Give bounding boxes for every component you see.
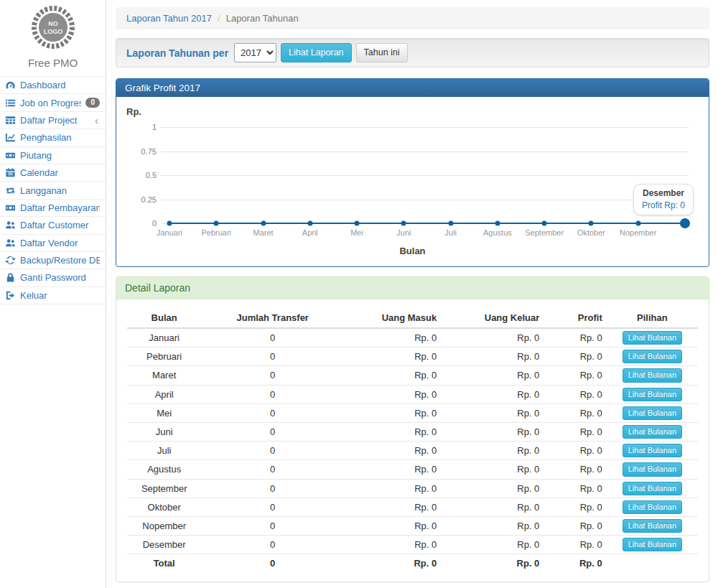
table-cell: April [127, 385, 201, 403]
sidebar-item-daftar-pembayaran[interactable]: Daftar Pembayaran [0, 199, 106, 216]
table-cell: Rp. 0 [344, 442, 441, 460]
sidebar-item-daftar-customer[interactable]: Daftar Customer [0, 216, 106, 233]
tahun-ini-button[interactable]: Tahun ini [356, 43, 408, 62]
table-cell: Rp. 0 [544, 442, 606, 460]
data-point-desember[interactable] [680, 218, 690, 228]
lihat-bulanan-button[interactable]: Lihat Bulanan [623, 538, 682, 551]
table-cell: 0 [201, 498, 344, 516]
chart-y-axis-title: Rp. [126, 106, 699, 117]
sidebar-item-label: Keluar [20, 290, 100, 301]
lock-icon [5, 272, 16, 283]
main-content: Laporan Tahun 2017 / Laporan Tahunan Lap… [106, 0, 718, 588]
table-cell: 0 [201, 328, 344, 347]
sidebar-item-penghasilan[interactable]: Penghasilan [0, 129, 106, 146]
data-point-juli[interactable] [448, 221, 453, 226]
app-body: NO LOGO Free PMO DashboardJob on Progres… [0, 0, 718, 588]
filter-label: Laporan Tahunan per [126, 47, 228, 59]
y-tick-label: 0.5 [128, 171, 157, 179]
lihat-bulanan-button[interactable]: Lihat Bulanan [623, 519, 682, 533]
breadcrumb-current: Laporan Tahunan [226, 13, 299, 24]
sidebar-item-label: Daftar Vendor [20, 238, 100, 248]
table-row: September0Rp. 0Rp. 0Rp. 0Lihat Bulanan [127, 479, 698, 498]
table-cell: 0 [201, 516, 344, 535]
year-select[interactable]: 2017 [234, 43, 276, 62]
tooltip-month: Desember [642, 188, 685, 198]
lihat-bulanan-button[interactable]: Lihat Bulanan [623, 368, 682, 382]
sidebar-item-job-on-progress[interactable]: Job on Progress0 [0, 93, 106, 111]
data-point-nopember[interactable] [635, 221, 640, 226]
table-cell: Rp. 0 [544, 516, 606, 535]
lihat-bulanan-button[interactable]: Lihat Bulanan [623, 444, 682, 457]
svg-text:LOGO: LOGO [43, 28, 62, 35]
y-tick-label: 0.25 [128, 195, 157, 204]
data-point-juni[interactable] [401, 221, 406, 226]
lihat-bulanan-button[interactable]: Lihat Bulanan [623, 350, 682, 363]
data-point-januari[interactable] [167, 221, 172, 226]
data-point-mei[interactable] [355, 221, 360, 226]
table-header-row: BulanJumlah TransferUang MasukUang Kelua… [127, 308, 698, 328]
lihat-bulanan-button[interactable]: Lihat Bulanan [623, 500, 682, 514]
users-icon [5, 220, 16, 230]
table-cell: Rp. 0 [441, 385, 544, 403]
lihat-bulanan-button[interactable]: Lihat Bulanan [623, 331, 682, 345]
sidebar-item-ganti-password[interactable]: Ganti Password [0, 269, 106, 286]
table-row: Juli0Rp. 0Rp. 0Rp. 0Lihat Bulanan [127, 442, 698, 460]
retweet-icon [5, 185, 16, 196]
x-tick-label: Oktober [577, 228, 605, 237]
table-cell: Maret [127, 366, 201, 385]
money-icon [5, 150, 16, 161]
y-tick-label: 0.75 [128, 147, 157, 156]
table-cell: Rp. 0 [344, 479, 441, 498]
total-cell [607, 554, 698, 571]
chevron-left-icon: ‹ [95, 115, 100, 126]
table-cell: Lihat Bulanan [607, 536, 698, 554]
table-cell: Desember [127, 536, 201, 554]
lihat-laporan-button[interactable]: Lihat Laporan [281, 43, 351, 62]
sidebar-item-dashboard[interactable]: Dashboard [0, 76, 106, 93]
sidebar-item-daftar-project[interactable]: Daftar Project‹ [0, 111, 106, 129]
table-row: Maret0Rp. 0Rp. 0Rp. 0Lihat Bulanan [127, 366, 698, 385]
lihat-bulanan-button[interactable]: Lihat Bulanan [623, 462, 682, 476]
column-header: Jumlah Transfer [201, 308, 344, 328]
data-point-maret[interactable] [261, 221, 266, 226]
lihat-bulanan-button[interactable]: Lihat Bulanan [623, 388, 682, 401]
data-point-oktober[interactable] [589, 221, 594, 226]
table-cell: Rp. 0 [441, 536, 544, 554]
table-cell: Mei [127, 403, 201, 422]
sidebar-item-piutang[interactable]: Piutang [0, 146, 106, 164]
tasks-icon [5, 98, 16, 108]
table-cell: Agustus [127, 460, 201, 479]
chart-gridline [161, 127, 689, 128]
sidebar-item-backup-restore-db[interactable]: Backup/Restore DB [0, 251, 106, 269]
sidebar-item-langganan[interactable]: Langganan [0, 181, 106, 198]
sidebar-item-label: Daftar Customer [20, 220, 100, 230]
table-cell: 0 [201, 385, 344, 403]
table-cell: Rp. 0 [544, 422, 606, 441]
table-cell: Rp. 0 [441, 516, 544, 535]
sidebar-item-daftar-vendor[interactable]: Daftar Vendor [0, 234, 106, 251]
breadcrumb-link[interactable]: Laporan Tahun 2017 [126, 13, 212, 24]
sidebar-item-calendar[interactable]: Calendar [0, 164, 106, 181]
table-cell: Lihat Bulanan [607, 498, 698, 516]
table-cell: Rp. 0 [441, 347, 544, 366]
sidebar-item-label: Daftar Pembayaran [20, 202, 100, 213]
lihat-bulanan-button[interactable]: Lihat Bulanan [623, 406, 682, 420]
sidebar-item-keluar[interactable]: Keluar [0, 286, 106, 304]
table-cell: Rp. 0 [344, 385, 441, 403]
lihat-bulanan-button[interactable]: Lihat Bulanan [623, 482, 682, 495]
sidebar-item-label: Piutang [20, 150, 100, 161]
data-point-september[interactable] [542, 221, 547, 226]
data-point-agustus[interactable] [495, 221, 500, 226]
x-tick-label: Pebruari [201, 228, 231, 237]
data-point-april[interactable] [307, 221, 312, 226]
total-cell: Rp. 0 [544, 554, 606, 571]
dashboard-icon [5, 80, 16, 90]
table-cell: Rp. 0 [344, 403, 441, 422]
chart-panel-title: Grafik Profit 2017 [116, 79, 709, 97]
x-tick-label: Nopember [620, 228, 656, 237]
lihat-bulanan-button[interactable]: Lihat Bulanan [623, 425, 682, 439]
data-point-pebruari[interactable] [214, 221, 219, 226]
sign-out-icon [5, 290, 16, 301]
table-row: Pebruari0Rp. 0Rp. 0Rp. 0Lihat Bulanan [127, 347, 698, 366]
total-cell: Rp. 0 [344, 554, 441, 571]
